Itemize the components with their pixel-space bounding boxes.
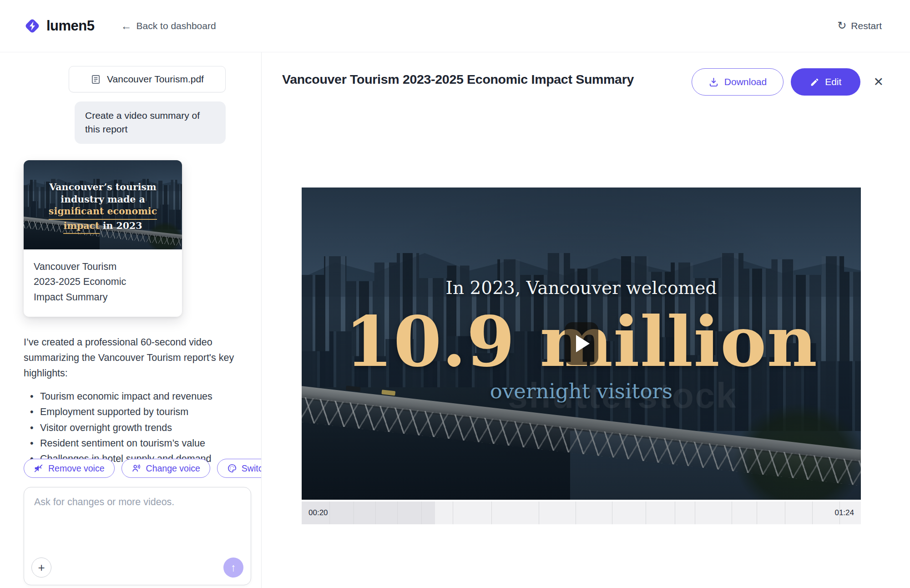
bullet-item: Resident sentiment on tourism’s value bbox=[24, 436, 241, 451]
bullet-item: Visitor overnight growth trends bbox=[24, 420, 241, 436]
people-voice-icon bbox=[131, 463, 142, 473]
thumb-line-4: impact in 2023 bbox=[63, 220, 142, 232]
user-prompt-bubble: Create a video summary of this report bbox=[75, 101, 226, 144]
switch-style-label: Switc bbox=[242, 463, 262, 474]
bullet-item: Tourism economic impact and revenues bbox=[24, 389, 241, 404]
lumen5-logo-icon bbox=[23, 16, 42, 35]
logo-text: lumen5 bbox=[46, 18, 95, 34]
video-card-caption: Vancouver Tourism 2023-2025 Economic Imp… bbox=[24, 249, 182, 317]
play-icon bbox=[576, 335, 590, 352]
add-attachment-button[interactable]: + bbox=[31, 558, 51, 578]
back-link-label: Back to dashboard bbox=[136, 20, 216, 31]
video-card-title: Vancouver Tourism 2023-2025 Economic Imp… bbox=[34, 259, 137, 305]
restart-button[interactable]: ↻ Restart bbox=[837, 20, 882, 31]
change-voice-label: Change voice bbox=[146, 463, 200, 474]
remove-voice-label: Remove voice bbox=[48, 463, 105, 474]
thumb-line-1: Vancouver’s tourism bbox=[49, 181, 156, 193]
download-icon bbox=[708, 77, 719, 87]
palette-icon bbox=[227, 463, 237, 473]
send-message-button[interactable]: ↑ bbox=[223, 558, 243, 578]
download-label: Download bbox=[724, 76, 767, 87]
assistant-bullet-list: Tourism economic impact and revenues Emp… bbox=[24, 389, 241, 467]
play-button[interactable] bbox=[565, 322, 598, 365]
lumen5-logo[interactable]: lumen5 bbox=[23, 16, 95, 35]
chat-sidebar: Vancouver Tourism.pdf Create a video sum… bbox=[0, 52, 262, 588]
video-player[interactable]: shutterstock In 2023, Vancouver welcomed… bbox=[302, 188, 861, 500]
document-icon bbox=[91, 74, 101, 85]
app-window: lumen5 ← Back to dashboard ↻ Restart Van… bbox=[0, 0, 910, 588]
thumb-line-3: significant economic bbox=[49, 205, 157, 220]
chat-input-box: + ↑ bbox=[24, 487, 251, 585]
chat-input[interactable] bbox=[24, 487, 251, 547]
close-preview-button[interactable]: ✕ bbox=[873, 76, 884, 88]
plus-icon: + bbox=[38, 561, 45, 575]
remove-voice-button[interactable]: Remove voice bbox=[24, 459, 115, 478]
voice-actions-row: Remove voice Change voice bbox=[24, 459, 262, 478]
video-thumbnail[interactable]: Vancouver’s tourism industry made a sign… bbox=[24, 160, 182, 249]
assistant-message-intro: I’ve created a professional 60-second vi… bbox=[24, 335, 241, 381]
pencil-icon bbox=[810, 77, 819, 87]
video-result-card[interactable]: Vancouver’s tourism industry made a sign… bbox=[24, 160, 182, 317]
thumb-line-4-white: in 2023 bbox=[100, 220, 142, 231]
thumb-line-4-gold: impact bbox=[63, 220, 99, 234]
back-to-dashboard-link[interactable]: ← Back to dashboard bbox=[121, 20, 216, 31]
change-voice-button[interactable]: Change voice bbox=[121, 459, 210, 478]
page-title: Vancouver Tourism 2023-2025 Economic Imp… bbox=[282, 72, 634, 87]
mute-voice-icon bbox=[34, 463, 44, 473]
top-header: lumen5 ← Back to dashboard ↻ Restart bbox=[0, 0, 910, 52]
attached-file-chip[interactable]: Vancouver Tourism.pdf bbox=[69, 66, 226, 92]
switch-style-button[interactable]: Switc bbox=[217, 459, 262, 478]
restart-icon: ↻ bbox=[837, 20, 846, 31]
close-icon: ✕ bbox=[873, 75, 884, 89]
restart-label: Restart bbox=[851, 20, 882, 31]
timeline-scrubber[interactable]: 00:20 01:24 bbox=[302, 502, 861, 524]
thumb-line-2: industry made a bbox=[61, 193, 145, 205]
current-time-label: 00:20 bbox=[308, 502, 328, 524]
back-arrow-icon: ← bbox=[121, 20, 132, 31]
edit-button[interactable]: Edit bbox=[791, 68, 860, 96]
thumb-text-overlay: Vancouver’s tourism industry made a sign… bbox=[24, 160, 182, 249]
sidebar-content: Vancouver Tourism.pdf Create a video sum… bbox=[0, 52, 238, 467]
download-button[interactable]: Download bbox=[692, 68, 784, 96]
bullet-item: Employment supported by tourism bbox=[24, 404, 241, 420]
action-buttons-row: Download Edit ✕ bbox=[692, 68, 884, 96]
file-name: Vancouver Tourism.pdf bbox=[107, 74, 204, 85]
up-arrow-icon: ↑ bbox=[231, 561, 236, 574]
total-time-label: 01:24 bbox=[834, 502, 854, 524]
edit-label: Edit bbox=[825, 76, 841, 87]
